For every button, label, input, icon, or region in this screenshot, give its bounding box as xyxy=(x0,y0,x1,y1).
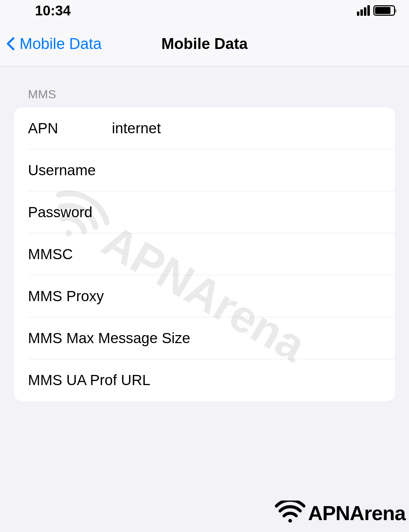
row-mms-ua-prof[interactable]: MMS UA Prof URL xyxy=(14,359,395,401)
cellular-signal-icon xyxy=(357,5,370,16)
row-mmsc[interactable]: MMSC xyxy=(14,233,395,275)
back-label: Mobile Data xyxy=(20,35,102,52)
row-mms-proxy[interactable]: MMS Proxy xyxy=(14,275,395,317)
password-input[interactable] xyxy=(112,200,395,224)
row-username[interactable]: Username xyxy=(14,149,395,191)
username-input[interactable] xyxy=(112,158,395,182)
wifi-icon xyxy=(274,501,306,525)
apn-input[interactable] xyxy=(112,116,395,140)
status-bar: 10:34 xyxy=(0,0,409,21)
battery-icon xyxy=(373,5,395,16)
row-label-password: Password xyxy=(28,204,112,221)
row-label-apn: APN xyxy=(28,120,112,137)
section-header-mms: MMS xyxy=(14,66,395,107)
status-indicators xyxy=(357,5,395,16)
page-title: Mobile Data xyxy=(162,35,248,52)
settings-group-mms: APN Username Password MMSC MMS Proxy MMS… xyxy=(14,107,395,401)
navigation-bar: Mobile Data Mobile Data xyxy=(0,21,409,66)
row-label-mms-max-size: MMS Max Message Size xyxy=(28,330,190,347)
row-mms-max-size[interactable]: MMS Max Message Size xyxy=(14,317,395,359)
row-label-mms-ua-prof: MMS UA Prof URL xyxy=(28,372,150,389)
chevron-left-icon xyxy=(7,37,15,51)
row-password[interactable]: Password xyxy=(14,191,395,233)
row-apn[interactable]: APN xyxy=(14,107,395,149)
row-label-username: Username xyxy=(28,162,112,179)
row-label-mms-proxy: MMS Proxy xyxy=(28,288,104,305)
status-time: 10:34 xyxy=(35,3,71,19)
mms-max-size-input[interactable] xyxy=(190,326,395,350)
footer-logo: APNArena xyxy=(274,501,406,525)
content: MMS APN Username Password MMSC MMS Proxy… xyxy=(0,66,409,401)
footer-text: APNArena xyxy=(308,501,406,525)
mms-proxy-input[interactable] xyxy=(104,284,395,308)
mms-ua-prof-input[interactable] xyxy=(150,368,395,392)
mmsc-input[interactable] xyxy=(112,242,395,266)
back-button[interactable]: Mobile Data xyxy=(0,35,102,52)
row-label-mmsc: MMSC xyxy=(28,246,112,263)
